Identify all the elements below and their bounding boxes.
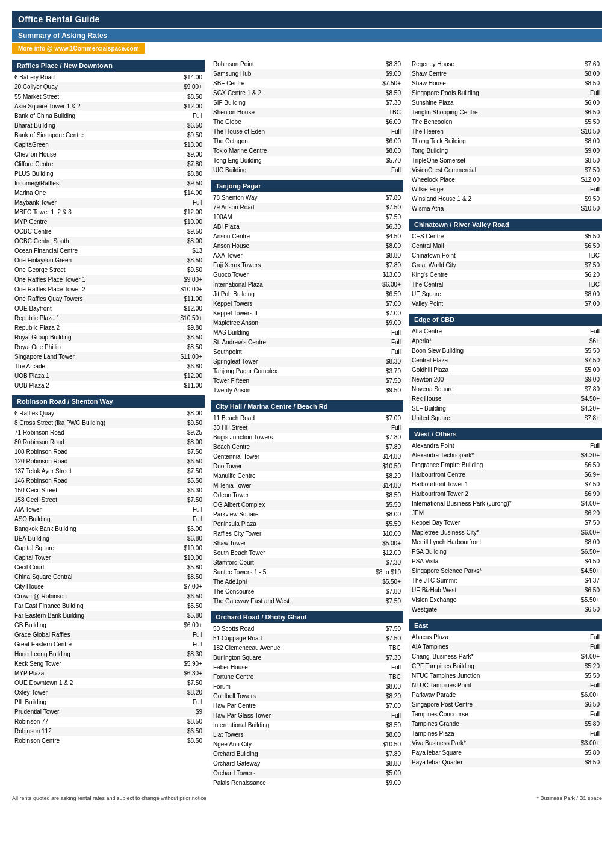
building-name: CapitaGreen [12,140,155,150]
building-name: 11 Beach Road [211,414,352,423]
table-row: Robinson 112$6.50 [12,727,205,736]
building-name: Orchard Towers [211,769,356,778]
table-row: Stamford Court$7.30 [211,558,403,568]
rental-rate: $8.00 [547,290,602,299]
rental-rate: $7.50+ [349,79,403,88]
cityhall-table: 11 Beach Road$7.0030 Hill StreetFullBugi… [211,414,403,606]
building-name: Springleaf Tower [211,357,355,367]
table-row: 150 Cecil Street$6.30 [12,486,205,495]
table-row: Cecil Court$5.80 [12,563,205,572]
table-row: OCBC Centre South$8.00 [12,237,205,246]
rental-rate: $8.20 [356,692,403,701]
building-name: Crown @ Robinson [12,592,167,601]
table-row: ABI Plaza$6.30 [211,222,403,232]
building-name: Royal One Phillip [12,343,155,352]
building-name: SIF Building [211,98,349,108]
table-row: Tanglin Shopping Centre$6.50 [409,108,602,117]
building-name: The Gateway East and West [211,597,352,606]
table-row: Asia Square Tower 1 & 2$12.00 [12,102,205,111]
building-name: Thong Teck Building [409,137,555,146]
building-name: 146 Robinson Road [12,476,167,486]
table-row: Robinson Point$8.30 [211,60,403,69]
rental-rate: $7.50 [167,678,205,688]
rental-rate: $5.80 [167,611,205,621]
building-name: Harbourfront Centre [409,470,566,480]
building-name: Newton 200 [409,375,545,385]
building-name: Singapore Science Parks* [409,566,566,576]
building-name: Burlington Square [211,653,356,663]
rental-rate: $10.00 [167,544,205,553]
building-name: Shaw House [409,79,555,88]
building-name: One Raffles Quay Towers [12,294,155,304]
table-row: Royal One Phillip$8.50 [12,343,205,352]
building-name: The Bencoolen [409,117,555,127]
building-name: 30 Hill Street [211,423,352,433]
rental-rate: Full [555,88,602,98]
table-row: 6 Raffles Quay$8.00 [12,409,205,418]
building-name: Haw Par Centre [211,701,356,711]
building-name: MYP Plaza [12,669,167,678]
table-row: Maybank TowerFull [12,198,205,208]
rental-rate: $6.50 [167,457,205,467]
table-row: NTUC Tampines Junction$5.50 [409,671,602,681]
table-row: SBF Centre$7.50+ [211,79,403,88]
rental-rate: $6.50 [566,605,602,615]
building-name: AIA Tower [12,505,167,515]
table-row: The Gateway East and West$7.50 [211,597,403,606]
building-name: Bank of China Building [12,111,155,121]
rental-rate: $7.80 [352,442,403,452]
table-row: Tanjong Pagar Complex$3.70 [211,367,403,376]
table-row: Viva Business Park*$3.00+ [409,739,602,748]
section-header-orchard: Orchard Road / Dhoby Ghaut [211,611,403,623]
raffles-table: 6 Battery Road$14.0020 Collyer Quay$9.00… [12,73,205,391]
table-row: Income@Raffles$9.50 [12,179,205,188]
building-name: Robinson 112 [12,727,167,736]
building-name: Shaw Tower [211,539,352,548]
rental-rate: TBC [349,108,403,117]
building-name: Robinson 77 [12,717,167,727]
building-name: Peninsula Plaza [211,519,352,529]
building-name: South Beach Tower [211,548,352,558]
rental-rate: $5.80 [555,748,602,758]
rental-rate: $13 [155,246,205,256]
building-name: 182 Clemenceau Avenue [211,643,356,653]
table-row: Westgate$6.50 [409,605,602,615]
rental-rate: $7.00 [547,299,602,309]
table-row: JEM$6.20 [409,509,602,518]
rental-rate: Full [155,111,205,121]
building-name: Central Mall [409,241,547,251]
table-row: China Square Central$8.50 [12,572,205,582]
table-row: Keppel Towers$7.00 [211,299,403,309]
rental-rate: Full [555,681,602,690]
building-name: Tong Building [409,146,555,156]
robinson-point-table: Robinson Point$8.30Samsung Hub$9.00SBF C… [211,60,403,175]
rental-rate: Full [555,185,602,194]
rental-rate: Full [349,166,403,175]
building-name: Parkview Square [211,510,352,519]
rental-rate: $7.50 [355,203,403,212]
table-row: SGX Centre 1 & 2$8.50 [211,88,403,98]
table-row: Bank of China BuildingFull [12,111,205,121]
building-name: Singapore Land Tower [12,352,155,362]
rental-rate: TBC [547,251,602,261]
building-name: Ngee Ann City [211,740,356,749]
table-row: Far East Finance Building$5.50 [12,601,205,611]
building-name: Goldbell Towers [211,692,356,701]
rental-rate: $11.00 [155,381,205,391]
table-row: Paya lebar Square$5.80 [409,748,602,758]
rental-rate: Full [356,711,403,721]
table-row: VisionCrest Commercial$7.50 [409,166,602,175]
rental-rate: $6.80 [155,362,205,371]
building-name: Tokio Marine Centre [211,146,349,156]
building-name: OUE Downtown 1 & 2 [12,678,167,688]
building-name: Parkway Parade [409,690,555,700]
rental-rate: $8.50 [352,491,403,500]
rental-rate: Full [352,423,403,433]
building-name: Anson House [211,241,355,251]
building-name: Great Eastern Centre [12,640,167,649]
building-name: Palais Renaissance [211,778,356,788]
building-name: Faber House [211,663,356,672]
building-name: Southpoint [211,347,355,357]
table-row: Oxley Tower$8.20 [12,688,205,698]
table-row: Anson Centre$4.50 [211,232,403,241]
